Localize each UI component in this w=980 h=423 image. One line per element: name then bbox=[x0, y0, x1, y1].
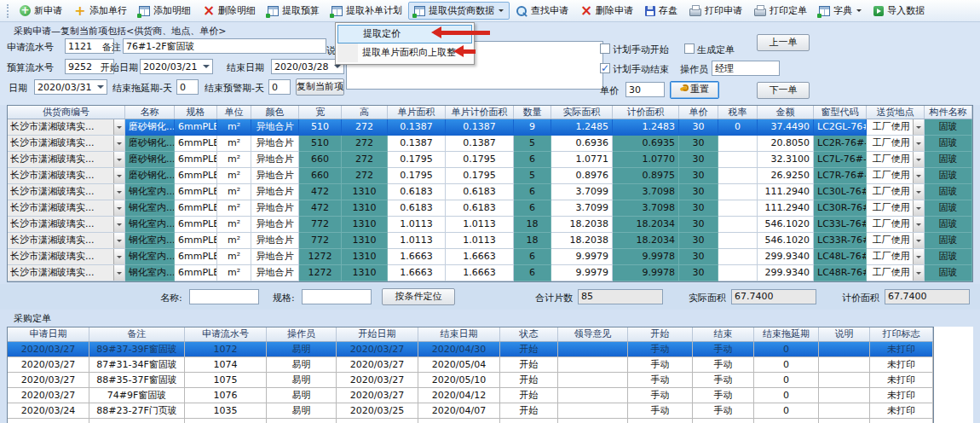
table-row[interactable]: 长沙市潇湘玻璃实...钢化室内...6mmPLE...m²异地合片7721310… bbox=[8, 217, 972, 233]
dropdown-button[interactable] bbox=[113, 265, 124, 281]
dropdown-button[interactable] bbox=[913, 200, 924, 216]
table-row[interactable]: 2020/03/2774#9F窗固玻1076易明2020/03/272020/0… bbox=[8, 388, 933, 403]
dropdown-button[interactable] bbox=[113, 249, 124, 264]
print-order-button[interactable]: 打印定单 bbox=[748, 2, 813, 20]
import-data-button[interactable]: 导入数据 bbox=[868, 2, 931, 20]
extract-supplier-data-button[interactable]: 提取供货商数据 bbox=[408, 2, 510, 20]
column-header[interactable]: 状态 bbox=[500, 327, 558, 341]
column-header[interactable]: 颜色 bbox=[251, 106, 299, 119]
table-row[interactable]: 2020/03/2787#31-34F窗固玻1074易明2020/03/2720… bbox=[8, 357, 933, 373]
manual-start-checkbox[interactable] bbox=[600, 43, 610, 54]
column-header[interactable]: 数量 bbox=[514, 106, 551, 119]
prev-order-button[interactable]: 上一单 bbox=[757, 34, 810, 51]
table-row[interactable] bbox=[8, 419, 933, 423]
column-header[interactable]: 供货商编号 bbox=[8, 106, 125, 119]
dropdown-button[interactable] bbox=[113, 136, 124, 151]
dropdown-button[interactable] bbox=[913, 136, 924, 151]
save-button[interactable]: 存盘 bbox=[639, 2, 683, 20]
chevron-down-icon[interactable] bbox=[97, 85, 104, 92]
chevron-down-icon[interactable] bbox=[203, 65, 210, 72]
table-row[interactable]: 2020/03/2488#23-27F门页玻1035易明2020/03/2520… bbox=[8, 403, 933, 419]
column-header[interactable]: 申请流水号 bbox=[185, 327, 267, 341]
column-header[interactable]: 规格 bbox=[175, 106, 217, 119]
add-detail-button[interactable]: 添加明细 bbox=[133, 2, 197, 20]
add-row-button[interactable]: 添加单行 bbox=[68, 2, 133, 20]
column-header[interactable]: 宽 bbox=[299, 106, 342, 119]
dropdown-button[interactable] bbox=[913, 168, 924, 183]
filter-spec-input[interactable] bbox=[302, 289, 372, 304]
dropdown-button[interactable] bbox=[113, 200, 124, 216]
table-row[interactable]: 长沙市潇湘玻璃实...钢化室内...6mmPLE...m²异地合片4721310… bbox=[8, 184, 972, 200]
column-header[interactable]: 说明 bbox=[819, 327, 870, 341]
column-header[interactable]: 单位 bbox=[217, 106, 251, 119]
extract-supplement-plan-button[interactable]: 提取补单计划 bbox=[326, 2, 408, 20]
end-date-picker[interactable]: 2020/03/28 bbox=[271, 59, 344, 74]
locate-by-condition-button[interactable]: 按条件定位 bbox=[382, 288, 455, 305]
dropdown-button[interactable] bbox=[113, 119, 124, 135]
delay-days-field[interactable] bbox=[176, 79, 199, 95]
find-request-button[interactable]: 查找申请 bbox=[510, 2, 574, 20]
table-row[interactable]: 长沙市潇湘玻璃实...磨砂钢化...6mmPLE...m²异地合片6602720… bbox=[8, 168, 972, 184]
column-header[interactable]: 开始 bbox=[628, 327, 693, 341]
column-header[interactable]: 结束日期 bbox=[418, 327, 500, 341]
dropdown-button[interactable] bbox=[113, 184, 124, 200]
chevron-down-icon[interactable] bbox=[334, 65, 341, 72]
table-row[interactable]: 长沙市潇湘玻璃实...磨砂钢化...6mmPLE...m²异地合片5102720… bbox=[8, 136, 972, 152]
operator-field[interactable] bbox=[712, 61, 780, 76]
table-row[interactable]: 长沙市潇湘玻璃实...磨砂钢化...6mmPLE...m²异地合片6602720… bbox=[8, 152, 972, 168]
dropdown-button[interactable] bbox=[113, 233, 124, 248]
date-picker[interactable]: 2020/03/31 bbox=[34, 79, 107, 95]
print-request-button[interactable]: 打印申请 bbox=[683, 2, 748, 20]
column-header[interactable]: 单片面积 bbox=[388, 106, 446, 119]
table-row[interactable]: 长沙市潇湘玻璃实...钢化室内...6mmPLE...m²异地合片1272131… bbox=[8, 249, 972, 265]
dropdown-button[interactable] bbox=[913, 233, 924, 248]
column-header[interactable]: 单片计价面积 bbox=[446, 106, 514, 119]
dropdown-button[interactable] bbox=[113, 217, 124, 232]
toolbar-grip[interactable] bbox=[7, 4, 10, 18]
delete-request-button[interactable]: 删除申请 bbox=[574, 2, 639, 20]
dropdown-button[interactable] bbox=[113, 152, 124, 167]
column-header[interactable]: 金额 bbox=[758, 106, 814, 119]
new-request-button[interactable]: 新申请 bbox=[14, 2, 68, 20]
manual-end-checkbox[interactable] bbox=[600, 63, 610, 73]
next-order-button[interactable]: 下一单 bbox=[757, 82, 810, 99]
generate-order-checkbox[interactable] bbox=[684, 43, 695, 54]
column-header[interactable]: 申请日期 bbox=[8, 327, 89, 341]
start-date-picker[interactable]: 2020/03/21 bbox=[140, 59, 213, 74]
column-header[interactable]: 备注 bbox=[89, 327, 185, 341]
column-header[interactable]: 开始日期 bbox=[337, 327, 418, 341]
dictionary-button[interactable]: 字典 bbox=[813, 2, 868, 20]
column-header[interactable]: 构件名称 bbox=[925, 106, 972, 119]
delete-detail-button[interactable]: 删除明细 bbox=[197, 2, 262, 20]
unit-price-field[interactable] bbox=[625, 82, 665, 97]
dropdown-button[interactable] bbox=[913, 152, 924, 167]
column-header[interactable]: 高 bbox=[342, 106, 388, 119]
copy-current-button[interactable]: 复制当前项 bbox=[296, 78, 344, 96]
dropdown-button[interactable] bbox=[913, 119, 924, 135]
dropdown-button[interactable] bbox=[913, 249, 924, 264]
column-header[interactable]: 结束拖延期 bbox=[754, 327, 819, 341]
column-header[interactable]: 税率 bbox=[718, 106, 758, 119]
remark-field[interactable] bbox=[123, 38, 326, 54]
column-header[interactable]: 单价 bbox=[679, 106, 718, 119]
dropdown-button[interactable] bbox=[113, 168, 124, 183]
column-header[interactable]: 实际面积 bbox=[551, 106, 613, 119]
column-header[interactable]: 领导意见 bbox=[558, 327, 628, 341]
table-row[interactable]: 2020/03/2788#35-37F窗固玻1075易明2020/03/2720… bbox=[8, 373, 933, 388]
reset-button[interactable]: 重置 bbox=[670, 81, 719, 99]
column-header[interactable]: 结束 bbox=[693, 327, 754, 341]
warn-days-field[interactable] bbox=[268, 79, 291, 95]
table-row[interactable]: 2020/03/2789#37-39F窗固玻1072易明2020/03/2720… bbox=[8, 342, 933, 357]
dropdown-button[interactable] bbox=[913, 184, 924, 200]
dropdown-button[interactable] bbox=[913, 217, 924, 232]
table-row[interactable]: 长沙市潇湘玻璃实...磨砂钢化...6mmPLE...m²异地合片5102720… bbox=[8, 119, 972, 136]
table-row[interactable]: 长沙市潇湘玻璃实...钢化室内...6mmPLE...m²异地合片7721310… bbox=[8, 233, 972, 249]
column-header[interactable]: 窗型代码 bbox=[814, 106, 867, 119]
dropdown-button[interactable] bbox=[913, 265, 924, 281]
column-header[interactable]: 操作员 bbox=[267, 327, 337, 341]
column-header[interactable]: 送货地点 bbox=[867, 106, 925, 119]
column-header[interactable]: 打印标志 bbox=[870, 327, 933, 341]
filter-name-input[interactable] bbox=[189, 289, 259, 304]
column-header[interactable]: 计价面积 bbox=[613, 106, 679, 119]
table-row[interactable]: 长沙市潇湘玻璃实...钢化室内...6mmPLE...m²异地合片1272131… bbox=[8, 265, 972, 281]
